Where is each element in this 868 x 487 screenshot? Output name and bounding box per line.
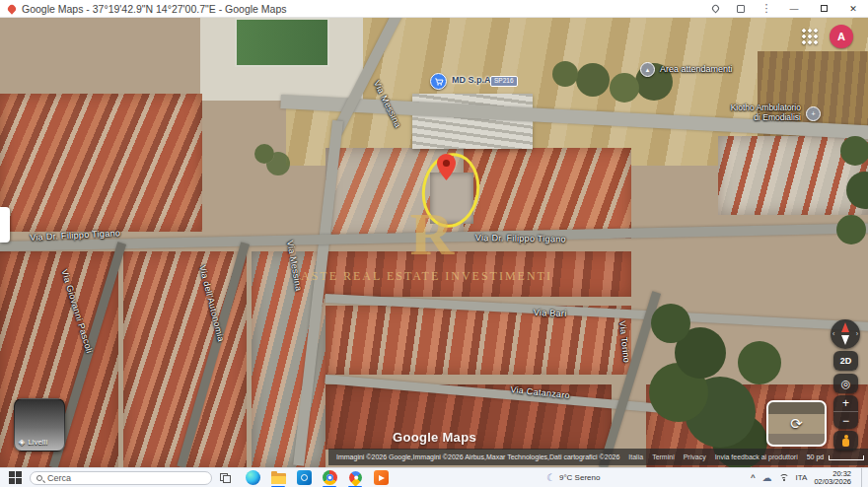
google-maps-pin-icon <box>346 468 364 486</box>
rotate-right-icon[interactable]: › <box>856 330 858 337</box>
location-pin-icon[interactable] <box>702 0 728 17</box>
scale-label[interactable]: 50 pd <box>807 453 825 460</box>
taskbar-search[interactable]: Cerca <box>30 471 212 485</box>
weather-text: 9°C Sereno <box>559 473 600 482</box>
outlook-icon <box>297 470 312 485</box>
taskbar-app-maps[interactable] <box>342 468 368 487</box>
taskbar-app-outlook[interactable] <box>291 468 317 487</box>
street-label: Via Dr. Filippo Tigano <box>475 233 566 244</box>
clock[interactable]: 20:32 02/03/2026 <box>814 470 851 486</box>
tilt-2d-button[interactable]: 2D <box>833 351 858 371</box>
poi-label-ambulatorio[interactable]: Kiotho Ambulatorio di Emodialisi <box>702 103 801 122</box>
taskbar-app-chrome[interactable] <box>317 468 342 487</box>
building-block <box>0 94 202 232</box>
task-view-button[interactable] <box>220 473 232 483</box>
minimize-button[interactable]: — <box>779 0 809 17</box>
clinic-marker-icon[interactable]: + <box>806 106 821 121</box>
side-panel-handle[interactable] <box>0 207 10 243</box>
layers-button[interactable]: ◈ Livelli <box>14 398 65 452</box>
link-privacy[interactable]: Privacy <box>684 453 706 460</box>
tree-cluster <box>840 136 868 166</box>
link-italia[interactable]: Italia <box>628 453 643 460</box>
rotate-left-icon[interactable]: ‹ <box>832 330 834 337</box>
zoom-in-button[interactable]: + <box>833 395 858 412</box>
tree-cluster <box>552 61 578 87</box>
map-pin-icon[interactable] <box>437 154 456 180</box>
imagery-credits: Immagini ©2026 Google,Immagini ©2026 Air… <box>336 453 619 460</box>
camping-marker-icon[interactable]: ▲ <box>640 62 655 77</box>
close-button[interactable]: ✕ <box>838 0 868 17</box>
maps-favicon-icon <box>6 3 17 14</box>
google-apps-grid-icon[interactable] <box>801 28 818 44</box>
taskbar-app-edge[interactable] <box>240 468 265 487</box>
system-tray: ^ ☁ ITA 20:32 02/03/2026 <box>751 468 868 487</box>
account-avatar[interactable]: A <box>830 25 853 48</box>
store-marker-icon[interactable] <box>430 73 447 90</box>
tray-overflow-chevron[interactable]: ^ <box>751 473 756 482</box>
attribution-bar: Immagini ©2026 Google,Immagini ©2026 Air… <box>328 449 868 465</box>
search-icon <box>36 475 42 481</box>
layers-label: Livelli <box>28 438 47 447</box>
wifi-icon[interactable] <box>779 474 789 481</box>
show-desktop-button[interactable] <box>861 468 864 487</box>
chrome-icon <box>323 470 337 485</box>
file-explorer-icon <box>271 473 286 485</box>
edge-icon <box>246 470 260 485</box>
cart-icon <box>434 77 444 87</box>
zoom-control: + − <box>833 395 858 429</box>
search-placeholder: Cerca <box>47 473 71 483</box>
moon-icon: ☾ <box>546 472 555 483</box>
media-app-icon <box>374 470 389 485</box>
window-titlebar: Google Maps - 37°19'42.9"N 14°27'00.7"E … <box>0 0 868 18</box>
poi-label-area[interactable]: Area attendamenti <box>660 64 733 74</box>
taskbar-app-explorer[interactable] <box>265 468 291 487</box>
tray-date: 02/03/2026 <box>814 478 851 486</box>
my-location-button[interactable]: ◎ <box>833 374 858 393</box>
tree-cluster <box>651 304 690 343</box>
more-menu-icon[interactable]: ⋮ <box>754 0 779 17</box>
satellite-map-canvas[interactable]: MD S.p.A SP216 ▲ Area attendamenti + Kio… <box>0 18 868 467</box>
link-termini[interactable]: Termini <box>652 453 675 460</box>
link-feedback[interactable]: Invia feedback ai produttori <box>715 453 798 460</box>
maximize-button[interactable] <box>809 0 838 17</box>
pegman-icon <box>842 435 849 448</box>
language-indicator[interactable]: ITA <box>796 473 808 482</box>
layers-icon: ◈ <box>19 438 25 447</box>
open-in-browser-icon[interactable] <box>728 0 754 17</box>
start-button[interactable] <box>9 471 23 485</box>
route-badge-sp216: SP216 <box>490 76 518 87</box>
street-label: Via Bari <box>534 308 567 318</box>
window-title: Google Maps - 37°19'42.9"N 14°27'00.7"E … <box>22 3 287 15</box>
weather-widget[interactable]: ☾ 9°C Sereno <box>546 472 600 483</box>
compass-north-needle-icon <box>841 322 849 332</box>
agency-watermark-text: ASTE REAL ESTATE INVESTIMENTI <box>301 269 542 284</box>
building-block <box>464 148 631 239</box>
poi-label-md[interactable]: MD S.p.A <box>452 75 491 85</box>
compass-control[interactable]: ‹ › <box>831 319 860 349</box>
taskbar: Cerca ☾ 9°C Sereno ^ ☁ ITA 20:32 02/03/2… <box>0 467 868 487</box>
zoom-out-button[interactable]: − <box>833 412 858 429</box>
street-view-preview[interactable]: ⟳ <box>766 400 827 447</box>
onedrive-icon[interactable]: ☁ <box>762 472 772 483</box>
taskbar-app-media[interactable] <box>368 468 394 487</box>
sports-pitch <box>235 18 329 67</box>
pegman-button[interactable] <box>833 431 858 451</box>
agency-watermark-logo: R <box>404 203 460 264</box>
google-maps-logo: Google Maps <box>393 430 476 445</box>
rotate-view-icon: ⟳ <box>790 415 803 433</box>
scale-bar <box>829 455 864 460</box>
compass-south-needle-icon <box>841 335 849 345</box>
tree-cluster <box>254 144 274 164</box>
